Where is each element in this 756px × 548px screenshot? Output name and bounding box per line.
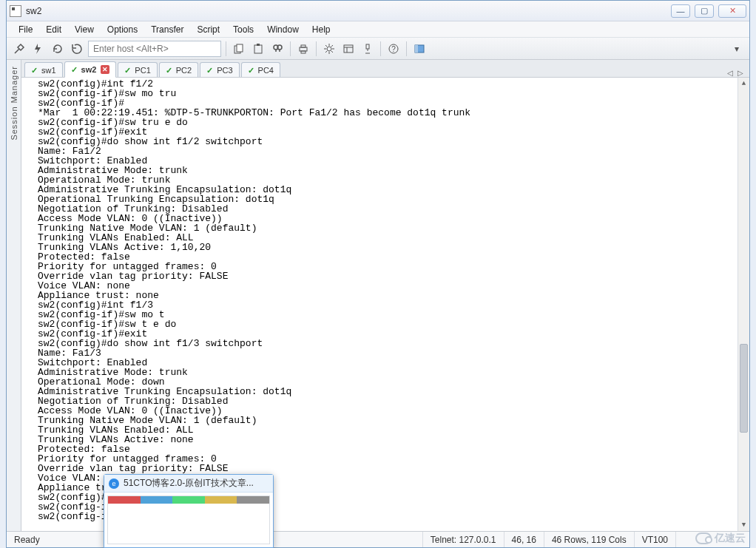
close-button[interactable]: ✕ bbox=[718, 4, 746, 18]
menu-script[interactable]: Script bbox=[191, 23, 226, 36]
check-icon: ✓ bbox=[31, 67, 38, 74]
titlebar: sw2 — ▢ ✕ bbox=[7, 1, 749, 21]
paste-icon[interactable] bbox=[250, 41, 266, 57]
menu-help[interactable]: Help bbox=[306, 23, 337, 36]
check-icon: ✓ bbox=[248, 67, 255, 74]
taskbar-preview-thumb[interactable] bbox=[107, 495, 270, 544]
close-tab-icon[interactable]: ✕ bbox=[101, 65, 109, 74]
svg-rect-10 bbox=[344, 45, 353, 53]
help-icon[interactable]: ? bbox=[385, 41, 402, 57]
tab-sw1[interactable]: ✓ sw1 bbox=[24, 62, 63, 77]
disconnect-icon[interactable] bbox=[69, 41, 85, 57]
session-manager-label: Session Manager bbox=[10, 66, 18, 141]
toolbar: ? ▾ bbox=[7, 38, 749, 60]
taskbar-preview-label: 51CTO博客2.0-原创IT技术文章... bbox=[124, 477, 254, 490]
keymap-icon[interactable] bbox=[360, 41, 376, 57]
svg-point-9 bbox=[327, 47, 331, 51]
maximize-button[interactable]: ▢ bbox=[695, 4, 714, 18]
tab-label: PC1 bbox=[135, 66, 150, 75]
terminal-output[interactable]: sw2(config)#int f1/2 sw2(config-if)#sw m… bbox=[21, 78, 749, 531]
svg-rect-8 bbox=[301, 51, 306, 53]
minimize-button[interactable]: — bbox=[671, 4, 690, 18]
check-icon: ✓ bbox=[206, 67, 214, 74]
svg-text:?: ? bbox=[391, 45, 396, 53]
svg-rect-7 bbox=[301, 45, 306, 47]
watermark-text: 亿速云 bbox=[715, 532, 746, 545]
menu-file[interactable]: File bbox=[13, 23, 38, 36]
settings-icon[interactable] bbox=[321, 41, 337, 57]
svg-rect-6 bbox=[300, 47, 307, 51]
tab-label: PC3 bbox=[217, 66, 232, 75]
taskbar-preview-title: e 51CTO博客2.0-原创IT技术文章... bbox=[104, 475, 273, 493]
scroll-up-icon[interactable]: ▲ bbox=[738, 78, 749, 89]
scroll-thumb[interactable] bbox=[740, 344, 748, 433]
copy-icon[interactable] bbox=[231, 41, 247, 57]
svg-rect-1 bbox=[237, 44, 243, 52]
tabs-row: ✓ sw1 ✓ sw2 ✕ ✓ PC1 ✓ PC2 ✓ bbox=[21, 60, 749, 78]
reconnect-icon[interactable] bbox=[50, 41, 66, 57]
check-icon: ✓ bbox=[166, 67, 173, 74]
status-cursor: 46, 16 bbox=[504, 532, 544, 547]
session-manager-tab[interactable]: Session Manager bbox=[7, 60, 21, 531]
menu-edit[interactable]: Edit bbox=[40, 23, 67, 36]
cloud-icon bbox=[695, 532, 712, 544]
menubar: File Edit View Options Transfer Script T… bbox=[7, 21, 749, 38]
scrollbar[interactable]: ▲ ▼ bbox=[738, 78, 749, 531]
menu-tools[interactable]: Tools bbox=[227, 23, 260, 36]
print-icon[interactable] bbox=[295, 41, 311, 57]
svg-rect-11 bbox=[366, 44, 369, 49]
tab-label: sw2 bbox=[81, 65, 97, 74]
window-controls: — ▢ ✕ bbox=[671, 4, 746, 18]
terminal-text: sw2(config)#int f1/2 sw2(config-if)#sw m… bbox=[38, 79, 748, 521]
menu-view[interactable]: View bbox=[69, 23, 100, 36]
menu-window[interactable]: Window bbox=[261, 23, 305, 36]
status-connection: Telnet: 127.0.0.1 bbox=[422, 532, 504, 547]
svg-rect-3 bbox=[257, 44, 260, 46]
tab-label: PC4 bbox=[258, 66, 274, 75]
taskbar-preview[interactable]: e 51CTO博客2.0-原创IT技术文章... bbox=[104, 474, 274, 548]
tab-sw2[interactable]: ✓ sw2 ✕ bbox=[64, 61, 117, 78]
browser-icon: e bbox=[109, 478, 119, 489]
tab-pc4[interactable]: ✓ PC4 bbox=[241, 62, 280, 77]
svg-rect-15 bbox=[415, 45, 418, 53]
check-icon: ✓ bbox=[71, 66, 78, 73]
find-icon[interactable] bbox=[269, 41, 286, 57]
window-title: sw2 bbox=[26, 6, 41, 16]
svg-rect-2 bbox=[254, 45, 262, 53]
menu-options[interactable]: Options bbox=[101, 23, 144, 36]
tab-pc2[interactable]: ✓ PC2 bbox=[159, 62, 198, 77]
tab-pc1[interactable]: ✓ PC1 bbox=[118, 62, 157, 77]
tab-label: sw1 bbox=[41, 66, 56, 75]
app-window: sw2 — ▢ ✕ File Edit View Options Transfe… bbox=[6, 0, 750, 548]
tab-pc3[interactable]: ✓ PC3 bbox=[200, 62, 239, 77]
check-icon: ✓ bbox=[124, 67, 132, 74]
toolbar-overflow-icon[interactable]: ▾ bbox=[729, 41, 745, 57]
host-input[interactable] bbox=[88, 41, 221, 57]
tab-scroll-left-icon[interactable]: ◁ bbox=[727, 69, 733, 77]
scroll-down-icon[interactable]: ▼ bbox=[738, 519, 749, 531]
menu-transfer[interactable]: Transfer bbox=[145, 23, 189, 36]
session-options-icon[interactable] bbox=[340, 41, 357, 57]
tab-label: PC2 bbox=[176, 66, 192, 75]
tab-scroll-right-icon[interactable]: ▷ bbox=[738, 69, 743, 77]
app-icon bbox=[10, 5, 21, 17]
quick-connect-icon[interactable] bbox=[30, 41, 47, 57]
watermark: 亿速云 bbox=[695, 532, 746, 545]
toggle-pane-icon[interactable] bbox=[411, 41, 428, 57]
status-emulation: VT100 bbox=[634, 532, 675, 547]
connect-icon[interactable] bbox=[11, 41, 27, 57]
status-size: 46 Rows, 119 Cols bbox=[544, 532, 634, 547]
